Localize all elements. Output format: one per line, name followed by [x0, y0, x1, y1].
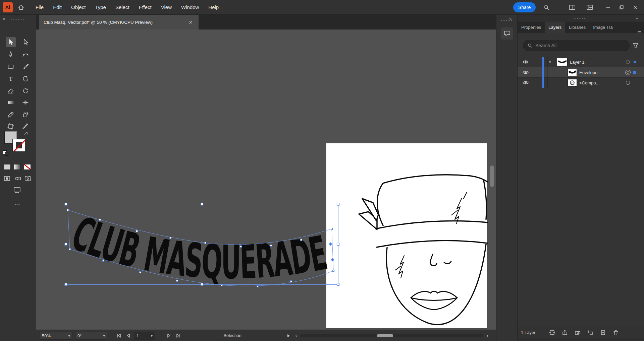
menu-item-edit[interactable]: Edit	[48, 0, 66, 15]
layer-name[interactable]: Layer 1	[570, 57, 584, 67]
target-circle[interactable]	[626, 81, 630, 85]
close-button[interactable]	[628, 0, 643, 15]
warped-text[interactable]: CLUB MASQUERADE	[64, 206, 331, 289]
gradient-button[interactable]	[14, 164, 20, 169]
draw-normal-mode-button[interactable]	[3, 175, 11, 182]
previous-artboard-button[interactable]	[124, 332, 132, 340]
draw-behind-mode-button[interactable]	[13, 175, 22, 182]
draw-inside-mode-button[interactable]	[23, 175, 32, 182]
workspace-switcher-button[interactable]	[584, 2, 595, 13]
eraser-tool[interactable]	[6, 86, 16, 96]
make-clipping-mask-button[interactable]	[574, 329, 581, 336]
rotate-tool[interactable]	[20, 74, 31, 84]
horizontal-scrollbar-thumb[interactable]	[377, 334, 393, 337]
menu-item-window[interactable]: Window	[176, 0, 204, 15]
rotation-select[interactable]: 0° ▾	[75, 332, 107, 340]
selection-indicator[interactable]	[634, 61, 636, 63]
locate-object-button[interactable]	[548, 329, 556, 336]
expand-chevron-icon[interactable]: ▾	[549, 57, 551, 67]
artboard-tool-icon	[7, 123, 14, 130]
home-button[interactable]	[15, 2, 27, 13]
tab-libraries[interactable]: Libraries	[565, 22, 589, 33]
target-circle[interactable]	[626, 60, 630, 64]
menu-item-view[interactable]: View	[156, 0, 176, 15]
gradient-tool[interactable]	[6, 97, 16, 108]
first-artboard-button[interactable]	[115, 332, 123, 340]
direct-selection-tool[interactable]	[20, 37, 31, 47]
menu-item-type[interactable]: Type	[90, 0, 111, 15]
scroll-left-button[interactable]: ‹	[293, 332, 299, 340]
layer-thumbnail[interactable]	[557, 58, 567, 66]
create-new-sublayer-button[interactable]	[587, 329, 594, 336]
tab-properties[interactable]: Properties	[518, 22, 545, 33]
layer-name[interactable]: Envelope	[579, 67, 597, 78]
stroke-color-swatch[interactable]	[13, 139, 25, 151]
restore-button[interactable]	[614, 0, 629, 15]
symbol-sprayer-tool[interactable]	[20, 110, 31, 120]
visibility-toggle[interactable]	[522, 80, 530, 86]
menu-item-file[interactable]: File	[31, 0, 48, 15]
artboard-number-select[interactable]: 1 ▾	[134, 332, 155, 340]
layers-filter-button[interactable]	[632, 42, 640, 50]
arrange-documents-button[interactable]	[567, 2, 578, 13]
layer-thumbnail[interactable]	[568, 69, 577, 76]
artboard[interactable]	[326, 143, 487, 328]
color-button[interactable]	[4, 164, 10, 169]
collapse-panels-button[interactable]: »	[636, 16, 638, 21]
scroll-right-button[interactable]: ›	[484, 332, 490, 340]
paintbrush-tool[interactable]	[20, 62, 31, 72]
delete-selection-button[interactable]	[612, 329, 620, 336]
slice-tool[interactable]	[20, 121, 31, 131]
screen-mode-button[interactable]	[12, 186, 22, 194]
none-button[interactable]	[24, 164, 31, 169]
toolbar-drag-handle[interactable]	[11, 19, 25, 20]
layer-name[interactable]: <Compo...	[579, 78, 599, 88]
edit-toolbar-button[interactable]: …	[11, 198, 23, 207]
share-button[interactable]: Share	[513, 2, 536, 12]
layers-search-input[interactable]: Search All	[523, 40, 630, 51]
target-circle-targeted[interactable]	[625, 70, 631, 75]
swap-fill-stroke-button[interactable]	[23, 131, 30, 137]
tab-image-trace[interactable]: Image Tra	[589, 22, 616, 33]
comments-panel-button[interactable]	[501, 27, 513, 40]
type-tool[interactable]: T	[6, 74, 16, 84]
last-artboard-button[interactable]	[174, 332, 182, 340]
document-tab[interactable]: Club Masq. Vector.pdf* @ 50 % (CMYK/CPU …	[39, 15, 199, 29]
collapse-toolbar-button[interactable]: «	[3, 16, 5, 21]
panel-drag-handle[interactable]	[574, 18, 587, 19]
curvature-tool[interactable]	[20, 50, 31, 60]
artboard-tool[interactable]	[6, 121, 16, 131]
layer-row-envelope[interactable]: Envelope	[518, 67, 644, 78]
tab-close-button[interactable]	[187, 19, 194, 26]
selection-tool[interactable]	[6, 37, 16, 47]
eyedropper-tool[interactable]	[6, 110, 16, 120]
tab-layers[interactable]: Layers	[545, 22, 565, 33]
layer-row-layer1[interactable]: ▾ Layer 1	[518, 57, 644, 67]
menu-item-effect[interactable]: Effect	[134, 0, 156, 15]
illustrator-logo[interactable]: Ai	[3, 2, 13, 12]
swap-arrow-icon	[24, 132, 29, 137]
vertical-scrollbar-thumb[interactable]	[490, 165, 494, 187]
menu-item-help[interactable]: Help	[204, 0, 223, 15]
next-artboard-button[interactable]	[165, 332, 173, 340]
pen-tool[interactable]	[6, 50, 16, 60]
width-tool[interactable]	[20, 97, 31, 108]
zoom-level-select[interactable]: 50% ▾	[40, 332, 72, 340]
document-status-bar: 50% ▾ 0° ▾ 1 ▾ Selection ‹ ›	[36, 330, 496, 341]
app-search-button[interactable]	[541, 2, 552, 13]
layer-row-compound[interactable]: <Compo...	[518, 78, 644, 88]
canvas-area[interactable]: CLUB MASQUERADE	[36, 29, 496, 330]
dock-drag-handle[interactable]	[501, 20, 513, 21]
menu-item-select[interactable]: Select	[111, 0, 134, 15]
selection-indicator[interactable]	[633, 71, 636, 74]
collect-for-export-button[interactable]	[561, 329, 569, 336]
create-new-layer-button[interactable]	[599, 329, 607, 336]
artwork-text[interactable]: CLUB MASQUERADE	[64, 206, 331, 289]
rectangle-tool[interactable]	[6, 62, 16, 72]
status-expand-button[interactable]	[284, 332, 292, 340]
layer-thumbnail[interactable]	[568, 79, 577, 86]
visibility-toggle[interactable]	[522, 59, 530, 65]
visibility-toggle[interactable]	[522, 69, 530, 75]
rotate-view-tool[interactable]	[20, 86, 31, 96]
menu-item-object[interactable]: Object	[66, 0, 90, 15]
